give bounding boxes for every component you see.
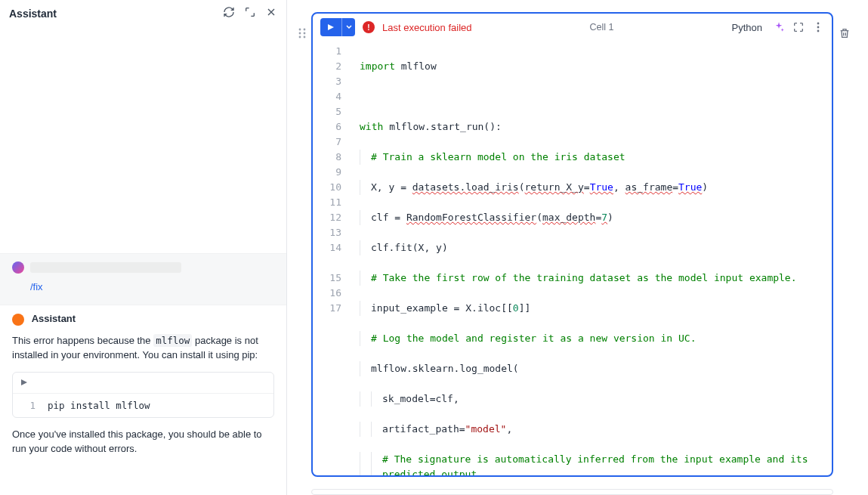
execution-status: Last execution failed — [382, 22, 472, 33]
svg-point-7 — [817, 26, 820, 29]
svg-point-5 — [304, 36, 306, 39]
assistant-text-2: Once you've installed this package, you … — [12, 427, 274, 456]
run-menu-button[interactable] — [341, 18, 355, 36]
notebook-area: ! Last execution failed Cell 1 Python 12… — [287, 0, 868, 495]
code-cell: ! Last execution failed Cell 1 Python 12… — [311, 12, 833, 477]
refresh-icon[interactable] — [223, 6, 235, 20]
next-cell-placeholder[interactable] — [311, 489, 833, 496]
drag-handle-icon[interactable] — [298, 27, 307, 495]
run-snippet-button[interactable] — [13, 373, 273, 394]
assistant-text-1: This error happens because the mlflow pa… — [12, 333, 274, 363]
delete-cell-icon[interactable] — [839, 27, 851, 495]
assistant-title: Assistant — [9, 8, 223, 20]
svg-point-4 — [299, 36, 301, 39]
line-gutter: 1234567891011121314151617 — [313, 41, 348, 477]
expand-icon[interactable] — [244, 6, 256, 20]
assistant-header: Assistant — [0, 0, 286, 26]
fix-command: /fix — [30, 281, 274, 292]
assistant-sparkle-icon[interactable] — [773, 21, 785, 33]
close-icon[interactable] — [265, 6, 277, 20]
run-button[interactable] — [320, 18, 341, 36]
assistant-panel: Assistant /fix Assistant This error happ… — [0, 0, 287, 495]
svg-point-3 — [304, 32, 306, 35]
svg-point-8 — [817, 30, 820, 32]
fullscreen-icon[interactable] — [792, 21, 805, 33]
svg-point-0 — [299, 29, 301, 31]
code-editor[interactable]: 1234567891011121314151617 import mlflow … — [313, 41, 832, 477]
snippet-code: pip install mlflow — [43, 394, 150, 417]
assistant-code-block: 1 pip install mlflow — [12, 372, 274, 418]
user-message: /fix — [0, 253, 286, 305]
snippet-gutter: 1 — [13, 394, 43, 417]
user-name-redacted — [30, 262, 181, 273]
user-avatar — [12, 261, 24, 274]
code-content[interactable]: import mlflow with mlflow.start_run(): #… — [348, 41, 832, 477]
cell-label: Cell 1 — [590, 22, 614, 32]
assistant-message: Assistant This error happens because the… — [0, 305, 286, 466]
cell-toolbar: ! Last execution failed Cell 1 Python — [313, 14, 832, 41]
svg-point-1 — [304, 29, 306, 31]
more-menu-icon[interactable] — [812, 21, 824, 33]
assistant-label: Assistant — [32, 313, 76, 324]
svg-point-2 — [299, 32, 301, 35]
assistant-avatar — [12, 314, 24, 326]
error-badge-icon: ! — [363, 21, 375, 33]
language-label[interactable]: Python — [732, 22, 762, 33]
svg-point-6 — [817, 23, 820, 25]
